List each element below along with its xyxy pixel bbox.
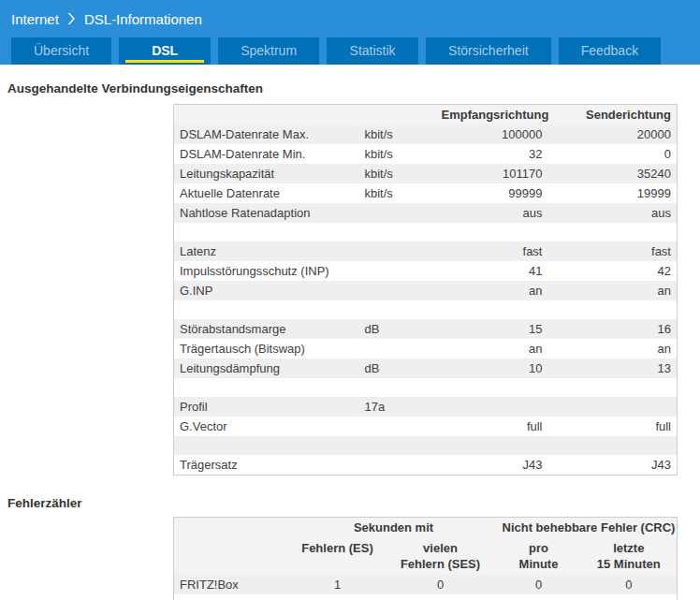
row-upstream-value: full <box>548 417 678 436</box>
row-unit <box>359 203 436 223</box>
row-label: FRITZ!Box <box>174 575 291 594</box>
table-row: Trägertausch (Bitswap) an an <box>174 339 678 359</box>
table-row: Leitungskapazität kbit/s 101170 35240 <box>174 164 678 183</box>
breadcrumb-current-page: DSL-Informationen <box>84 11 202 27</box>
table-row <box>174 223 678 241</box>
row-downstream-value: 41 <box>436 261 548 281</box>
tab[interactable]: Übersicht <box>11 37 111 65</box>
breadcrumb-chevron-icon <box>67 12 76 25</box>
section-title-connection-properties: Ausgehandelte Verbindungseigenschaften <box>7 81 700 95</box>
row-downstream-value: 99999 <box>436 183 548 203</box>
breadcrumb: Internet DSL-Informationen <box>0 0 700 37</box>
row-downstream-value: aus <box>436 203 548 223</box>
breadcrumb-internet-link[interactable]: Internet <box>11 11 59 27</box>
row-label: G.INP <box>174 281 359 300</box>
severely-errored-seconds-value: 0 <box>385 594 497 600</box>
row-upstream-value: 35240 <box>548 164 678 183</box>
table-row <box>174 436 678 455</box>
row-unit: kbit/s <box>359 144 436 164</box>
row-unit <box>359 223 436 241</box>
errored-seconds-value: 1 <box>291 575 385 594</box>
row-upstream-value: 13 <box>548 359 678 378</box>
section-title-error-counters: Fehlerzähler <box>7 496 700 510</box>
row-label: Profil <box>174 397 359 417</box>
row-downstream-value: 100000 <box>436 124 548 144</box>
header-upstream: Senderichtung <box>548 105 678 125</box>
row-downstream-value: 32 <box>436 144 548 164</box>
header-per-minute: proMinute <box>497 537 581 575</box>
row-upstream-value: an <box>548 281 678 300</box>
row-upstream-value <box>548 300 678 319</box>
row-unit <box>359 241 436 261</box>
crc-last-15-min-value: 0 <box>581 594 678 600</box>
tab[interactable]: Spektrum <box>218 37 319 65</box>
row-upstream-value: fast <box>548 241 678 261</box>
table-row: Profil 17a <box>174 397 678 417</box>
table-row: Vermittlungsstelle 0 0 0 0 <box>174 594 678 600</box>
error-table-body: FRITZ!Box 1 0 0 0 Vermittlungsstelle 0 0… <box>174 575 678 600</box>
row-label: G.Vector <box>174 417 359 436</box>
row-downstream-value: J43 <box>436 455 548 476</box>
row-label: Impulsstörungsschutz (INP) <box>174 261 359 281</box>
row-upstream-value: J43 <box>548 455 678 476</box>
table-row: DSLAM-Datenrate Min. kbit/s 32 0 <box>174 144 678 164</box>
error-table-group-header-row: Sekunden mit Nicht behebbare Fehler (CRC… <box>174 518 678 538</box>
dsl-table-header-row: Empfangsrichtung Senderichtung <box>174 105 678 125</box>
row-unit <box>359 339 436 359</box>
row-unit <box>359 436 436 455</box>
row-upstream-value: 20000 <box>548 124 678 144</box>
row-downstream-value: an <box>436 281 548 300</box>
row-upstream-value <box>548 436 678 455</box>
header-empty <box>359 105 436 125</box>
row-label <box>174 436 359 455</box>
row-upstream-value: 0 <box>548 144 678 164</box>
table-row <box>174 378 678 397</box>
header-downstream: Empfangsrichtung <box>436 105 548 125</box>
row-downstream-value: full <box>436 417 548 436</box>
row-unit: dB <box>359 319 436 339</box>
row-upstream-value: 16 <box>548 319 678 339</box>
row-unit: 17a <box>359 397 436 417</box>
row-downstream-value <box>436 300 548 319</box>
row-unit <box>359 455 436 476</box>
table-row: FRITZ!Box 1 0 0 0 <box>174 575 678 594</box>
table-row <box>174 300 678 319</box>
row-upstream-value <box>548 397 678 417</box>
tab[interactable]: Störsicherheit <box>426 37 551 65</box>
header-seconds-with: Sekunden mit <box>291 518 497 538</box>
crc-last-15-min-value: 0 <box>581 575 678 594</box>
header-errored-seconds: Fehlern (ES) <box>291 537 385 575</box>
table-row: Trägersatz J43 J43 <box>174 455 678 476</box>
row-upstream-value: aus <box>548 203 678 223</box>
row-upstream-value <box>548 378 678 397</box>
header-empty <box>174 105 359 125</box>
row-label: Leitungskapazität <box>174 164 359 183</box>
row-unit <box>359 417 436 436</box>
tab-bar: Übersicht DSL Spektrum Statistik Störsic… <box>0 37 700 65</box>
tab[interactable]: DSL <box>119 37 211 65</box>
row-upstream-value: an <box>548 339 678 359</box>
tab[interactable]: Feedback <box>559 37 661 65</box>
row-label <box>174 378 359 397</box>
dsl-table-body: DSLAM-Datenrate Max. kbit/s 100000 20000… <box>174 124 678 476</box>
row-label: Störabstandsmarge <box>174 319 359 339</box>
row-downstream-value <box>436 436 548 455</box>
error-counter-table: Sekunden mit Nicht behebbare Fehler (CRC… <box>173 517 678 600</box>
row-unit <box>359 281 436 300</box>
severely-errored-seconds-value: 0 <box>385 575 497 594</box>
table-row: G.INP an an <box>174 281 678 300</box>
tab[interactable]: Statistik <box>327 37 418 65</box>
row-unit <box>359 300 436 319</box>
top-navigation: Internet DSL-Informationen Übersicht DSL… <box>0 0 700 65</box>
dsl-connection-table: Empfangsrichtung Senderichtung DSLAM-Dat… <box>173 104 678 476</box>
crc-per-minute-value: 0 <box>497 575 581 594</box>
row-unit: dB <box>359 359 436 378</box>
row-label: DSLAM-Datenrate Max. <box>174 124 359 144</box>
row-label <box>174 223 359 241</box>
content-area: Ausgehandelte Verbindungseigenschaften E… <box>0 65 700 600</box>
header-crc-errors: Nicht behebbare Fehler (CRC) <box>497 518 678 538</box>
table-row: Latenz fast fast <box>174 241 678 261</box>
table-row: G.Vector full full <box>174 417 678 436</box>
row-label <box>174 300 359 319</box>
row-label: Vermittlungsstelle <box>174 594 291 600</box>
